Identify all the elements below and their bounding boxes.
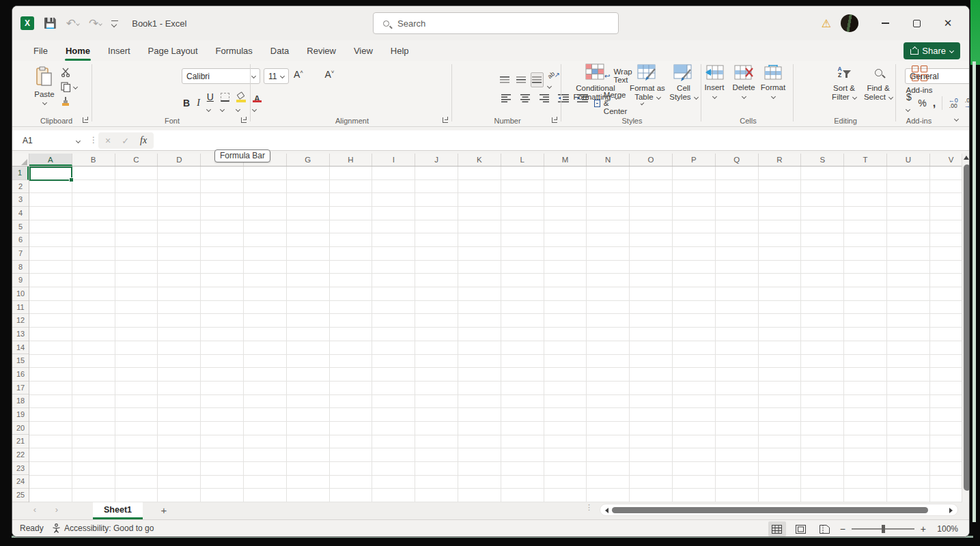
format-as-table-button[interactable]: Format as Table [626,63,669,102]
tab-page-layout[interactable]: Page Layout [139,40,207,61]
column-header-A[interactable]: A [29,154,72,166]
horizontal-scrollbar-thumb[interactable] [612,507,928,513]
row-header-25[interactable]: 25 [12,489,29,502]
row-header-9[interactable]: 9 [12,274,29,287]
maximize-button[interactable] [901,6,932,40]
column-header-M[interactable]: M [544,154,587,166]
scroll-left-icon[interactable] [605,508,608,513]
row-header-10[interactable]: 10 [12,287,29,301]
sheet-tab-sheet1[interactable]: Sheet1 [93,502,143,519]
row-header-14[interactable]: 14 [12,341,29,355]
undo-button[interactable]: ↶ [66,16,79,31]
accessibility-status[interactable]: Accessibility: Good to go [52,523,154,533]
page-layout-view-button[interactable] [792,521,810,536]
tab-insert[interactable]: Insert [99,40,139,61]
increase-decimal-button[interactable]: ←0.00 [949,98,958,109]
row-header-7[interactable]: 7 [12,247,29,261]
decrease-decimal-button[interactable]: .00→0 [964,98,970,109]
cell-styles-button[interactable]: Cell Styles [667,63,700,102]
cut-button[interactable] [61,68,77,77]
select-all-corner[interactable] [12,154,29,167]
scroll-right-icon[interactable] [949,508,953,513]
column-header-D[interactable]: D [158,154,201,166]
addins-button[interactable]: Add-ins [902,63,936,95]
column-header-V[interactable]: V [930,154,962,166]
column-header-L[interactable]: L [501,154,544,166]
column-header-C[interactable]: C [115,154,158,166]
format-cells-button[interactable]: Format [758,65,788,98]
find-and-select-button[interactable]: Find & Select [863,63,894,102]
column-header-T[interactable]: T [844,154,887,166]
previous-sheet-button[interactable]: ‹ [29,504,41,515]
scrollbar-grip-icon[interactable]: ⋮ [585,506,593,509]
row-header-24[interactable]: 24 [12,475,29,489]
column-header-J[interactable]: J [415,154,458,166]
row-header-19[interactable]: 19 [12,408,29,422]
tab-data[interactable]: Data [262,40,298,61]
close-button[interactable]: ✕ [932,6,964,40]
format-painter-button[interactable] [61,97,77,106]
excel-app-icon[interactable]: X [20,16,34,30]
row-header-15[interactable]: 15 [12,354,29,368]
italic-button[interactable]: I [197,98,200,109]
tab-review[interactable]: Review [298,40,345,61]
column-header-U[interactable]: U [887,154,930,166]
spreadsheet-cells[interactable] [29,167,962,502]
zoom-out-button[interactable]: − [840,523,845,534]
row-header-5[interactable]: 5 [12,220,29,234]
vertical-scrollbar-thumb[interactable] [964,164,970,491]
cancel-entry-button[interactable]: × [105,135,111,146]
redo-button[interactable]: ↷ [89,16,102,31]
column-header-G[interactable]: G [287,154,330,166]
tab-formulas[interactable]: Formulas [207,40,262,61]
next-sheet-button[interactable]: › [51,504,63,515]
row-header-23[interactable]: 23 [12,462,29,476]
column-header-I[interactable]: I [372,154,415,166]
horizontal-scrollbar[interactable] [600,504,958,516]
row-header-22[interactable]: 22 [12,448,29,462]
copy-button[interactable] [61,82,77,92]
column-header-S[interactable]: S [801,154,844,166]
tab-file[interactable]: File [25,40,57,61]
scroll-up-icon[interactable] [964,156,969,160]
save-icon[interactable]: 💾 [44,17,57,29]
paste-button[interactable]: Paste [31,65,58,114]
tab-view[interactable]: View [345,40,382,61]
fill-color-button[interactable] [236,91,246,115]
number-dialog-launcher-icon[interactable] [552,117,557,123]
row-header-11[interactable]: 11 [12,301,29,315]
zoom-level[interactable]: 100% [932,524,958,534]
row-header-2[interactable]: 2 [12,180,29,194]
bold-button[interactable]: B [183,98,190,109]
column-header-R[interactable]: R [759,154,802,166]
conditional-formatting-button[interactable]: Conditional Formatting [568,63,624,102]
font-name-combobox[interactable]: Calibri [182,68,260,84]
normal-view-button[interactable] [768,521,786,536]
confirm-entry-button[interactable]: ✓ [122,136,129,146]
column-header-H[interactable]: H [330,154,373,166]
font-dialog-launcher-icon[interactable] [241,117,247,123]
name-box-resize-handle[interactable]: ⋮ [89,135,98,145]
zoom-in-button[interactable]: + [921,523,926,534]
customize-quick-access-toolbar-icon[interactable] [111,20,118,26]
column-header-P[interactable]: P [673,154,716,166]
zoom-slider-handle[interactable] [882,525,885,533]
row-header-21[interactable]: 21 [12,435,29,448]
column-header-N[interactable]: N [587,154,630,166]
vertical-scrollbar[interactable] [962,154,970,504]
tab-help[interactable]: Help [382,40,418,61]
clipboard-dialog-launcher-icon[interactable] [83,117,88,123]
row-header-13[interactable]: 13 [12,328,29,341]
row-header-1[interactable]: 1 [12,167,29,180]
row-header-8[interactable]: 8 [12,261,29,274]
row-header-17[interactable]: 17 [12,382,29,395]
new-sheet-button[interactable]: + [157,504,171,516]
insert-function-button[interactable]: fx [140,135,147,146]
zoom-slider[interactable] [852,528,914,530]
row-header-20[interactable]: 20 [12,422,29,435]
delete-cells-button[interactable]: Delete [729,65,759,98]
tab-home[interactable]: Home [57,40,99,61]
page-break-preview-button[interactable] [816,521,834,536]
row-header-18[interactable]: 18 [12,394,29,408]
alignment-dialog-launcher-icon[interactable] [443,117,448,123]
